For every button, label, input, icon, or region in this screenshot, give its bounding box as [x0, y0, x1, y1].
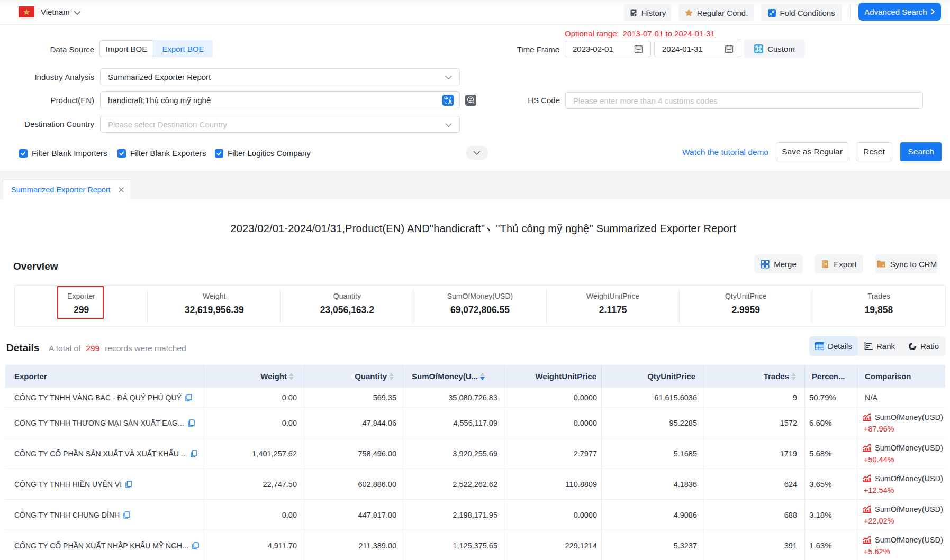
svg-text:A: A [448, 99, 453, 105]
